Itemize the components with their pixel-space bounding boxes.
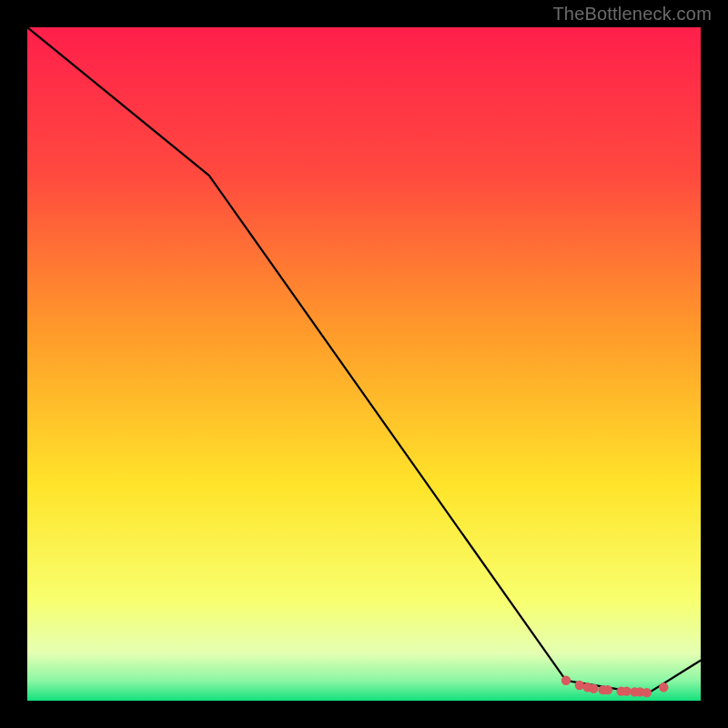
data-marker [603, 685, 612, 694]
data-marker [622, 686, 631, 695]
data-marker [589, 683, 598, 693]
plot-area [27, 27, 701, 701]
watermark-text: TheBottleneck.com [552, 4, 712, 25]
data-marker [575, 681, 584, 690]
data-marker [642, 688, 652, 697]
data-marker [659, 682, 668, 692]
marker-layer [27, 27, 701, 701]
data-marker [561, 676, 571, 685]
chart-stage: TheBottleneck.com [0, 0, 728, 728]
